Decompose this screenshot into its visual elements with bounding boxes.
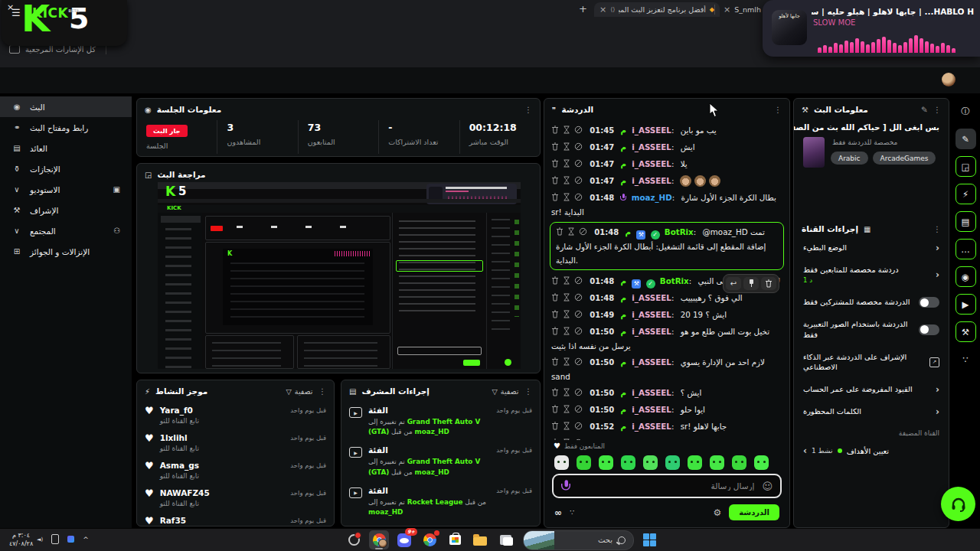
chat-input[interactable] [576, 481, 756, 491]
chat-username[interactable]: i_ASSEEL [632, 327, 671, 336]
chat-username[interactable]: i_ASSEEL [632, 176, 671, 185]
chat-mod-icons[interactable] [551, 142, 583, 151]
chat-mod-icons[interactable] [551, 293, 583, 302]
emote-icon[interactable] [577, 455, 591, 470]
media-notification[interactable]: جابها لأهلو HABLO H... | جابها لاهلو | ه… [763, 0, 980, 57]
chat-message[interactable]: 01:50 م i_ASSEEL: لازم احد من الإدارة يس… [544, 354, 789, 384]
emote-icon[interactable] [732, 455, 746, 470]
hidden-icons-chevron[interactable]: ^ [83, 536, 89, 543]
emote-icon[interactable] [754, 455, 769, 470]
chat-message[interactable]: 01:48 م ⚒ ✓ BotRix: @moaz_HD تمت إضافة ا… [550, 222, 784, 270]
log-icon[interactable]: ▤ [956, 211, 976, 232]
chat-message[interactable]: 01:47 م i_ASSEEL: ايش [544, 139, 789, 155]
kebab-menu-icon[interactable]: ⋮ [524, 386, 533, 396]
sidebar-item[interactable]: ∨ الاستوديو ▣ [0, 179, 132, 200]
channel-action-row[interactable]: الدردشة مخصصة للمشتركين فقط [794, 292, 949, 314]
chat-mod-icons[interactable] [556, 227, 587, 236]
chat-username[interactable]: BotRix [660, 439, 689, 441]
chat-message[interactable]: 01:52 م i_ASSEEL: جابها لاهلو !sr [544, 418, 789, 435]
screenshot-icon[interactable]: ◲ [956, 156, 976, 177]
channel-action-row[interactable]: الإشراف على الدردشة عبر الذكاء الاصطناعي… [794, 346, 949, 378]
chat-username[interactable]: BotRix [660, 276, 689, 285]
recorder-app-icon[interactable] [344, 530, 364, 549]
chat-username[interactable]: i_ASSEEL [632, 159, 671, 168]
chat-username[interactable]: i_ASSEEL [632, 310, 671, 319]
filter-button[interactable]: ▽ تصفية [492, 387, 519, 396]
chat-username[interactable]: i_ASSEEL [632, 405, 671, 414]
sidebar-item[interactable]: ⊞ الإنزالات و الجوائز [0, 241, 132, 262]
start-button[interactable] [639, 530, 659, 549]
kebab-menu-icon[interactable]: ⋮ [774, 105, 782, 114]
tag-chip[interactable]: ArcadeGames [873, 152, 936, 165]
chat-send-button[interactable]: الدردشة [729, 504, 779, 520]
emote-icon[interactable] [665, 455, 680, 470]
emote-quick-bar[interactable] [544, 452, 789, 473]
chrome-app-icon[interactable] [369, 530, 389, 549]
kebab-menu-icon[interactable]: ⋮ [933, 224, 942, 233]
browser-tab[interactable]: × ⟨⟩ أفضل برنامج لتعزيز البث المبا ◆ [594, 2, 720, 17]
chat-message[interactable]: 01:50 م i_ASSEEL: ايوا حلو [544, 401, 789, 418]
filter-button[interactable]: ▽ تصفية [286, 387, 313, 396]
chat-username[interactable]: BotRix [665, 227, 694, 236]
kebab-menu-icon[interactable]: ⋮ [318, 386, 327, 396]
chat-mod-icons[interactable] [551, 126, 583, 134]
broadcast-icon[interactable]: ◉ [956, 266, 976, 287]
emote-icon[interactable] [710, 455, 724, 470]
emote-icon[interactable] [621, 455, 635, 470]
sidebar-item[interactable]: ◉ البث [0, 96, 132, 117]
message-actions-toolbar[interactable]: ↩ [723, 274, 779, 293]
speaker-icon[interactable]: ◄) [37, 536, 43, 543]
support-chat-button[interactable] [941, 487, 975, 521]
edit-icon[interactable]: ✎ [956, 129, 976, 149]
boost-icon[interactable]: ⚡ [956, 184, 976, 204]
pin-icon[interactable] [743, 277, 759, 290]
system-tray[interactable]: ◄) ^ [37, 534, 89, 544]
chat-mod-icons[interactable] [551, 159, 583, 168]
mod-action-row[interactable]: ▶ الفئة تم تغييره إلى Grand Theft Auto V… [341, 442, 540, 481]
file-explorer-icon[interactable] [470, 530, 490, 549]
gear-icon[interactable]: ⚙ [713, 507, 721, 518]
chat-messages[interactable]: 01:45 م i_ASSEEL: يب مو باين 01:47 م [544, 120, 789, 440]
bookmarks-label[interactable]: كل الإشارات المرجعية [25, 45, 96, 54]
microphone-icon[interactable] [561, 480, 570, 493]
toggle-switch[interactable] [919, 324, 939, 335]
search-box[interactable]: بحث [523, 530, 634, 550]
emote-icon[interactable] [643, 455, 658, 470]
category-thumbnail[interactable] [803, 137, 825, 168]
emote-icon[interactable] [599, 455, 613, 470]
chat-username[interactable]: i_ASSEEL [632, 388, 671, 397]
delete-icon[interactable] [761, 277, 776, 290]
sidebar-item[interactable]: ⚒ الإشراف [0, 200, 132, 220]
kick-logo[interactable]: KICKBETA [32, 5, 79, 21]
chat-bubble-icon[interactable]: … [956, 239, 976, 259]
chat-username[interactable]: i_ASSEEL [632, 357, 671, 367]
tab-close-icon[interactable]: × [724, 5, 730, 15]
chat-mod-icons[interactable] [551, 193, 583, 201]
chat-message[interactable]: 01:50 م i_ASSEEL: ايش ؟ [544, 384, 789, 401]
emote-icon[interactable] [688, 455, 702, 470]
channel-action-row[interactable]: القيود المفروضة على عمر الحساب › [794, 378, 949, 400]
chat-username[interactable]: i_ASSEEL [632, 142, 671, 152]
sidebar-item[interactable]: ⚭ رابط ومفتاح البث [0, 117, 132, 138]
chat-mod-icons[interactable] [551, 310, 583, 318]
activity-row[interactable]: ♥ Yara_f0 تابع القناة للتو قبل يوم واحد [137, 402, 334, 429]
chat-username[interactable]: i_ASSEEL [632, 422, 671, 431]
chat-message[interactable]: 01:47 م i_ASSEEL: [544, 172, 789, 189]
info-icon[interactable]: ⓘ [956, 101, 976, 122]
chat-message[interactable]: 01:50 م i_ASSEEL: تخيل بوت السن طلع مو ه… [544, 323, 789, 354]
edit-icon[interactable]: ✎ [921, 105, 928, 114]
dice-dots-icon[interactable]: ∵ [570, 508, 574, 517]
kebab-menu-icon[interactable]: ⋮ [524, 105, 533, 114]
sidebar-item[interactable]: ▤ العائد [0, 138, 132, 158]
channel-action-row[interactable]: الدردشة باستخدام الصور التعبيرية فقط [794, 314, 949, 346]
stream-preview-video[interactable]: K 5 KICK K [158, 182, 521, 369]
tag-chip[interactable]: Arabic [831, 152, 868, 165]
device-icon[interactable] [51, 534, 59, 544]
chat-username[interactable]: i_ASSEEL [632, 293, 671, 302]
task-view-icon[interactable] [495, 530, 515, 549]
chat-mod-icons[interactable] [551, 357, 583, 366]
tools-icon[interactable]: ⚒ [956, 321, 976, 342]
goals-row[interactable]: ‹ نشط 1 تعيين الأهداف [794, 440, 949, 461]
chat-mod-icons[interactable] [551, 176, 583, 184]
chat-mod-icons[interactable] [551, 388, 583, 396]
